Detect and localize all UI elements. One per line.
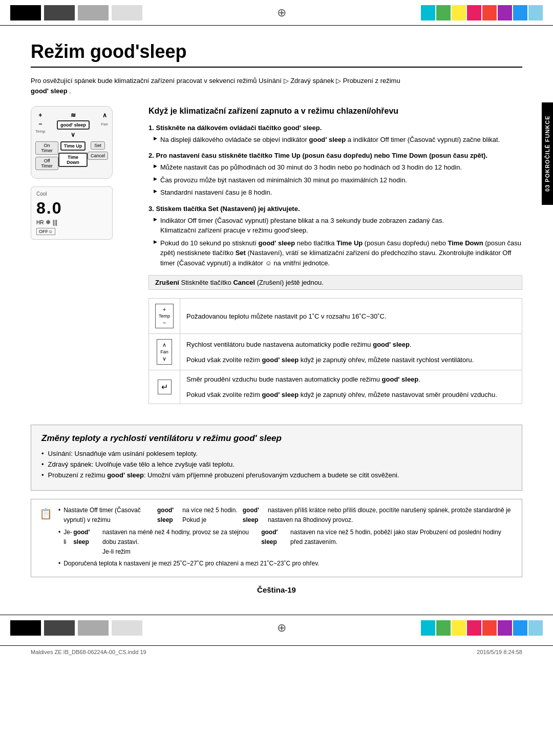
bottom-bullet-1: Usínání: Usnadňuje vám usínání poklesem … (41, 450, 512, 457)
set-btn[interactable]: Set (91, 141, 105, 150)
intro-paragraph: Pro osvěžující spánek bude klimatizační … (31, 76, 522, 96)
direction-info-cell: Směr proudění vzduchu bude nastaven auto… (180, 370, 522, 404)
bottom-yellow (452, 620, 466, 636)
light-blue-swatch (528, 5, 543, 20)
note-bullet-2: Je-li good' sleep nastaven na méně než 4… (58, 528, 514, 557)
bottom-light-swatch (112, 620, 142, 636)
hr-label: HR (36, 220, 44, 225)
remote-center-col: ≋ good' sleep ∨ (57, 112, 90, 138)
table-row-direction: ↵ Směr proudění vzduchu bude nastaven au… (149, 370, 522, 404)
step-2-title: 2. Pro nastavení času stiskněte tlačítko… (148, 152, 522, 159)
direction-icon-cell: ↵ (149, 370, 180, 404)
good-sleep-btn[interactable]: good' sleep (57, 120, 90, 130)
bottom-compass-icon: ⊕ (277, 621, 286, 635)
bottom-dark-swatch (44, 620, 75, 636)
yellow-swatch (452, 5, 466, 20)
compass-icon: ⊕ (277, 6, 286, 19)
bottom-color-swatches (421, 620, 543, 636)
on-timer-col: On Timer Off Timer (35, 141, 58, 170)
table-row-temp: + Temp − Požadovanou teplotu můžete nast… (149, 299, 522, 334)
bottom-section: Změny teploty a rychlosti ventilátoru v … (31, 425, 522, 491)
right-column: Když je klimatizační zařízení zapnuto a … (148, 106, 522, 414)
top-bar: ⊕ (0, 0, 553, 26)
bottom-magenta (467, 620, 481, 636)
blue-swatch (513, 5, 527, 20)
step-1-title: 1. Stiskněte na dálkovém ovládači tlačít… (148, 124, 522, 132)
time-up-btn[interactable]: Time Up (60, 141, 86, 151)
main-content: + − Temp ≋ good' sleep ∨ ∧ Fan (31, 106, 522, 414)
step-3-title: 3. Stiskem tlačítka Set (Nastavení) jej … (148, 205, 522, 213)
temp-info-cell: Požadovanou teplotu můžete nastavit po 1… (180, 299, 522, 334)
fan-info-cell: Rychlost ventilátoru bude nastavena auto… (180, 334, 522, 370)
bottom-bar-left (10, 620, 142, 636)
temp-icon: + Temp − (155, 304, 174, 328)
red-swatch (482, 5, 497, 20)
bottom-gray-swatch (78, 620, 109, 636)
magenta-swatch (467, 5, 481, 20)
section-heading: Když je klimatizační zařízení zapnuto a … (148, 106, 522, 117)
note-icon: 📋 (39, 506, 52, 571)
step-2-bullet-2: Čas provozu může být nastaven od minimál… (148, 175, 522, 185)
on-timer-btn[interactable]: On Timer (35, 141, 58, 155)
footer-right: 2016/5/19 8:24:58 (477, 649, 522, 655)
time-down-btn[interactable]: Time Down (58, 153, 88, 167)
purple-swatch (498, 5, 512, 20)
footer: Maldives ZE IB_DB68-06224A-00_CS.indd 19… (0, 645, 553, 658)
note-bullet-3: Doporučená teplota k nastavení je mezi 2… (58, 559, 514, 569)
off-label: OFF☺ (36, 228, 55, 235)
info-table: + Temp − Požadovanou teplotu můžete nast… (148, 298, 522, 404)
remote-left-col: + − Temp (35, 112, 46, 138)
green-swatch (436, 5, 451, 20)
cyan-swatch (421, 5, 435, 20)
step-2-bullet-3: Standardní nastavení času je 8 hodin. (148, 187, 522, 198)
bottom-cyan (421, 620, 435, 636)
bottom-bullet-2: Zdravý spánek: Uvolňuje vaše tělo a lehc… (41, 460, 512, 468)
footer-left: Maldives ZE IB_DB68-06224A-00_CS.indd 19 (31, 649, 146, 655)
note-bullet-1: Nastavte Off timer (Časovač vypnutí) v r… (58, 506, 514, 525)
off-timer-btn[interactable]: Off Timer (35, 157, 58, 170)
step-3-bullet-1: Indikátor Off timer (Časovač vypnutí) př… (148, 216, 522, 236)
fan-label: Fan (101, 122, 108, 127)
note-box: 📋 Nastavte Off timer (Časovač vypnutí) v… (31, 499, 522, 577)
bottom-green (436, 620, 451, 636)
display-unit-image: Cool 8.0 HR ❄ ||| OFF☺ (31, 186, 113, 240)
top-bar-left (10, 5, 142, 20)
page-title: Režim good'sleep (31, 41, 522, 68)
display-icons: ❄ ||| (46, 219, 57, 226)
temp-label: Temp (35, 129, 46, 134)
set-cancel-col: Set Cancel (88, 141, 108, 170)
bottom-red (482, 620, 497, 636)
display-hr-row: HR ❄ ||| (36, 219, 107, 226)
fan-icon: ∧ Fan ∨ (157, 339, 172, 365)
step-1: 1. Stiskněte na dálkovém ovládači tlačít… (148, 124, 522, 145)
bottom-blue (513, 620, 527, 636)
page-number: Čeština-19 (31, 585, 522, 594)
cancel-notice: Zrušení Stiskněte tlačítko Cancel (Zruše… (148, 275, 522, 290)
cool-label: Cool (36, 191, 107, 197)
cancel-btn[interactable]: Cancel (88, 152, 108, 160)
remote-right-col: ∧ Fan (101, 112, 108, 138)
fan-icon-cell: ∧ Fan ∨ (149, 334, 180, 370)
bottom-bar: ⊕ (0, 615, 553, 640)
bottom-black-swatch (10, 620, 41, 636)
bottom-bullet-3: Probuzení z režimu good' sleep: Umožní v… (41, 471, 512, 479)
left-column: + − Temp ≋ good' sleep ∨ ∧ Fan (31, 106, 133, 414)
remote-middle-row: On Timer Off Timer Time Up Time Down Set… (35, 141, 108, 170)
table-row-fan: ∧ Fan ∨ Rychlost ventilátoru bude nastav… (149, 334, 522, 370)
step-2-bullet-1: Můžete nastavit čas po půlhodinách od 30… (148, 162, 522, 173)
bottom-light-blue (528, 620, 543, 636)
temp-icon-cell: + Temp − (149, 299, 180, 334)
dark-swatch (44, 5, 75, 20)
display-number: 8.0 (36, 199, 107, 218)
color-swatches (421, 5, 543, 20)
page-content: Režim good'sleep Pro osvěžující spánek b… (0, 26, 553, 615)
bottom-purple (498, 620, 512, 636)
remote-control-image: + − Temp ≋ good' sleep ∨ ∧ Fan (31, 106, 113, 179)
direction-icon: ↵ (158, 380, 172, 394)
note-content: Nastavte Off timer (Časovač vypnutí) v r… (58, 506, 514, 571)
bottom-section-title: Změny teploty a rychlosti ventilátoru v … (41, 433, 512, 444)
step-3-bullet-2: Pokud do 10 sekund po stisknutí good' sl… (148, 238, 522, 268)
gray-swatch (78, 5, 109, 20)
step-3: 3. Stiskem tlačítka Set (Nastavení) jej … (148, 205, 522, 268)
time-col: Time Up Time Down (58, 141, 88, 170)
